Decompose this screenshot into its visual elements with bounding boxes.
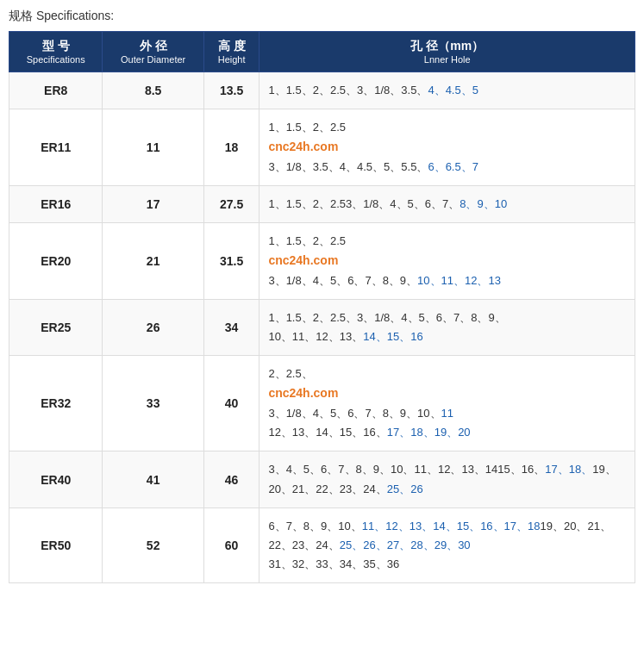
hole-cell: 1、1.5、2、2.53、1/8、4、5、6、7、8、9、10 [259, 186, 635, 223]
height-cell: 13.5 [203, 72, 259, 109]
height-cell: 31.5 [203, 223, 259, 300]
outer-diameter-cell: 21 [103, 223, 203, 300]
outer-diameter-cell: 52 [103, 507, 203, 582]
table-row: ER202131.51、1.5、2、2.5cnc24h.com3、1/8、4、5… [9, 223, 635, 300]
outer-diameter-cell: 8.5 [103, 72, 203, 109]
spec-cell: ER8 [9, 72, 103, 109]
spec-cell: ER11 [9, 109, 103, 186]
hole-cell: 1、1.5、2、2.5、3、1/8、3.5、4、4.5、5 [259, 72, 635, 109]
outer-diameter-cell: 17 [103, 186, 203, 223]
height-cell: 34 [203, 300, 259, 356]
col-outer-header: 外 径 Outer Diameter [103, 32, 203, 72]
spec-cell: ER50 [9, 507, 103, 582]
height-cell: 46 [203, 451, 259, 507]
spec-cell: ER32 [9, 356, 103, 451]
outer-diameter-cell: 41 [103, 451, 203, 507]
hole-cell: 3、4、5、6、7、8、9、10、11、12、13、1415、16、17、18、… [259, 451, 635, 507]
height-cell: 40 [203, 356, 259, 451]
height-cell: 27.5 [203, 186, 259, 223]
table-row: ER4041463、4、5、6、7、8、9、10、11、12、13、1415、1… [9, 451, 635, 507]
spec-cell: ER20 [9, 223, 103, 300]
specifications-table: 型 号 Specifications 外 径 Outer Diameter 高 … [9, 31, 635, 583]
table-header-row: 型 号 Specifications 外 径 Outer Diameter 高 … [9, 32, 635, 72]
col-height-header: 高 度 Height [203, 32, 259, 72]
outer-diameter-cell: 33 [103, 356, 203, 451]
spec-cell: ER16 [9, 186, 103, 223]
watermark: cnc24h.com [268, 137, 626, 158]
hole-cell: 1、1.5、2、2.5cnc24h.com3、1/8、4、5、6、7、8、9、1… [259, 223, 635, 300]
outer-diameter-cell: 26 [103, 300, 203, 356]
height-cell: 18 [203, 109, 259, 186]
table-row: ER5052606、7、8、9、10、11、12、13、14、15、16、17、… [9, 507, 635, 582]
table-row: ER2526341、1.5、2、2.5、3、1/8、4、5、6、7、8、9、10… [9, 300, 635, 356]
height-cell: 60 [203, 507, 259, 582]
page-title: 规格 Specifications: [9, 9, 635, 24]
col-spec-header: 型 号 Specifications [9, 32, 103, 72]
table-row: ER161727.51、1.5、2、2.53、1/8、4、5、6、7、8、9、1… [9, 186, 635, 223]
table-row: ER3233402、2.5、cnc24h.com3、1/8、4、5、6、7、8、… [9, 356, 635, 451]
hole-cell: 6、7、8、9、10、11、12、13、14、15、16、17、1819、20、… [259, 507, 635, 582]
table-row: ER88.513.51、1.5、2、2.5、3、1/8、3.5、4、4.5、5 [9, 72, 635, 109]
outer-diameter-cell: 11 [103, 109, 203, 186]
watermark: cnc24h.com [268, 383, 626, 404]
col-hole-header: 孔 径（mm） Lnner Hole [259, 32, 635, 72]
hole-cell: 1、1.5、2、2.5cnc24h.com3、1/8、3.5、4、4.5、5、5… [259, 109, 635, 186]
watermark: cnc24h.com [268, 251, 626, 271]
spec-cell: ER40 [9, 451, 103, 507]
spec-cell: ER25 [9, 300, 103, 356]
table-row: ER1111181、1.5、2、2.5cnc24h.com3、1/8、3.5、4… [9, 109, 635, 186]
hole-cell: 1、1.5、2、2.5、3、1/8、4、5、6、7、8、9、10、11、12、1… [259, 300, 635, 356]
hole-cell: 2、2.5、cnc24h.com3、1/8、4、5、6、7、8、9、10、111… [259, 356, 635, 451]
